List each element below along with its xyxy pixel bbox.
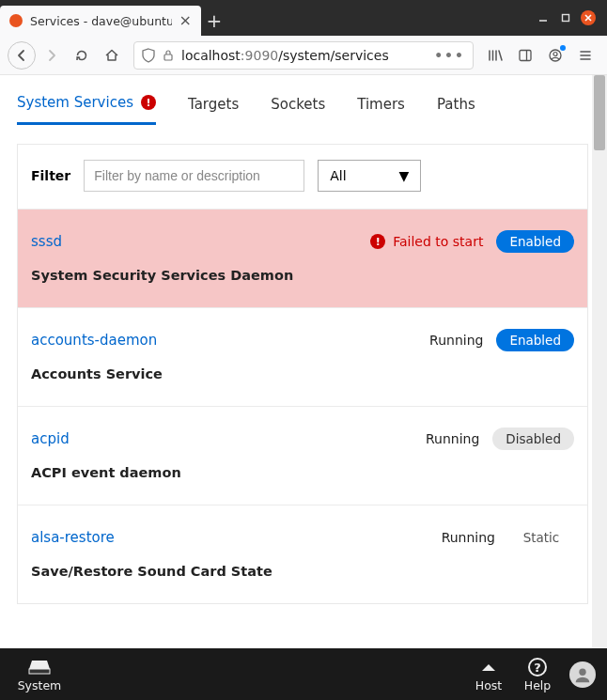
url-actions-icon[interactable]: •••: [434, 48, 465, 63]
account-icon[interactable]: [541, 41, 569, 70]
service-description: ACPI event daemon: [31, 465, 574, 480]
close-tab-icon[interactable]: ×: [179, 13, 192, 28]
service-description: Save/Restore Sound Card State: [31, 564, 574, 579]
scrollbar-thumb[interactable]: [594, 75, 605, 150]
window-titlebar: Services - dave@ubuntu × +: [0, 0, 607, 36]
service-row[interactable]: alsa-restore Running Static Save/Restore…: [18, 505, 587, 603]
dock-system[interactable]: System: [15, 657, 64, 692]
service-badge: Enabled: [496, 329, 574, 351]
dock-help[interactable]: ? Help: [513, 657, 562, 692]
url-text: localhost:9090/system/services: [181, 48, 389, 63]
dock-label: Host: [475, 678, 502, 692]
window-maximize-button[interactable]: [554, 0, 577, 36]
tab-label: System Services: [17, 94, 133, 111]
service-badge: Enabled: [496, 230, 574, 253]
dropdown-value: All: [330, 168, 346, 183]
tab-targets[interactable]: Targets: [188, 94, 239, 125]
service-row[interactable]: accounts-daemon Running Enabled Accounts…: [18, 307, 587, 406]
hamburger-menu-icon[interactable]: [571, 41, 599, 70]
tab-favicon: [9, 14, 23, 27]
window-close-button[interactable]: [577, 0, 599, 36]
tab-timers[interactable]: Timers: [357, 94, 405, 125]
nav-home-button[interactable]: [98, 41, 126, 70]
page-content: System Services ! Targets Sockets Timers…: [0, 75, 607, 648]
svg-point-7: [553, 52, 557, 55]
tab-system-services[interactable]: System Services !: [17, 94, 156, 125]
nav-forward-button: [38, 41, 66, 70]
warning-icon: !: [141, 95, 156, 110]
filter-input[interactable]: [84, 160, 304, 192]
service-badge: Static: [508, 526, 574, 549]
service-row[interactable]: acpid Running Disabled ACPI event daemon: [18, 406, 587, 505]
dock-label: Help: [524, 678, 552, 692]
service-status: Running: [429, 333, 483, 348]
services-panel: Filter All ▼ sssd ! Failed to start Enab…: [17, 144, 588, 604]
tab-paths[interactable]: Paths: [437, 94, 475, 125]
service-description: System Security Services Daemon: [31, 268, 574, 283]
browser-navbar: localhost:9090/system/services •••: [0, 36, 607, 75]
tab-label: Timers: [357, 96, 405, 113]
tab-label: Targets: [188, 96, 239, 113]
svg-text:?: ?: [534, 660, 541, 674]
filter-row: Filter All ▼: [18, 145, 587, 209]
service-name-link[interactable]: acpid: [31, 430, 70, 447]
service-status: Running: [442, 530, 495, 545]
filter-label: Filter: [31, 168, 70, 183]
dock-label: System: [18, 678, 62, 692]
sidebar-icon[interactable]: [511, 41, 539, 70]
filter-dropdown[interactable]: All ▼: [318, 160, 421, 192]
svg-rect-3: [164, 54, 172, 60]
lock-icon: [163, 49, 174, 62]
svg-rect-8: [29, 669, 50, 674]
shield-icon: [142, 48, 155, 63]
service-status: ! Failed to start: [370, 234, 483, 249]
help-icon: ?: [527, 657, 548, 677]
library-icon[interactable]: [481, 41, 509, 70]
tab-label: Paths: [437, 96, 475, 113]
error-icon: !: [370, 234, 385, 249]
service-name-link[interactable]: accounts-daemon: [31, 332, 157, 349]
tab-title: Services - dave@ubuntu: [30, 14, 172, 28]
service-badge: Disabled: [492, 428, 574, 450]
browser-tab[interactable]: Services - dave@ubuntu ×: [0, 6, 201, 36]
dock-host[interactable]: Host: [464, 657, 513, 692]
svg-point-11: [579, 668, 585, 675]
new-tab-button[interactable]: +: [201, 6, 227, 36]
bottom-dock: System Host ? Help: [0, 648, 607, 700]
chevron-up-icon: [480, 657, 497, 677]
url-bar[interactable]: localhost:9090/system/services •••: [133, 41, 474, 70]
service-description: Accounts Service: [31, 366, 574, 381]
nav-reload-button[interactable]: [68, 41, 96, 70]
person-icon: [572, 664, 593, 685]
svg-rect-4: [520, 50, 531, 60]
chevron-down-icon: ▼: [398, 168, 409, 183]
service-status: Running: [426, 431, 479, 446]
nav-back-button[interactable]: [8, 41, 36, 70]
service-name-link[interactable]: sssd: [31, 233, 62, 250]
tab-sockets[interactable]: Sockets: [271, 94, 325, 125]
account-notification-dot: [560, 45, 566, 51]
service-name-link[interactable]: alsa-restore: [31, 529, 115, 546]
tab-label: Sockets: [271, 96, 325, 113]
svg-rect-1: [563, 15, 569, 22]
service-row[interactable]: sssd ! Failed to start Enabled System Se…: [18, 209, 587, 307]
scrollbar-track[interactable]: [592, 75, 607, 648]
disk-icon: [28, 657, 51, 677]
page-tab-strip: System Services ! Targets Sockets Timers…: [0, 75, 607, 125]
user-avatar[interactable]: [569, 661, 596, 688]
window-minimize-button[interactable]: [532, 0, 554, 36]
